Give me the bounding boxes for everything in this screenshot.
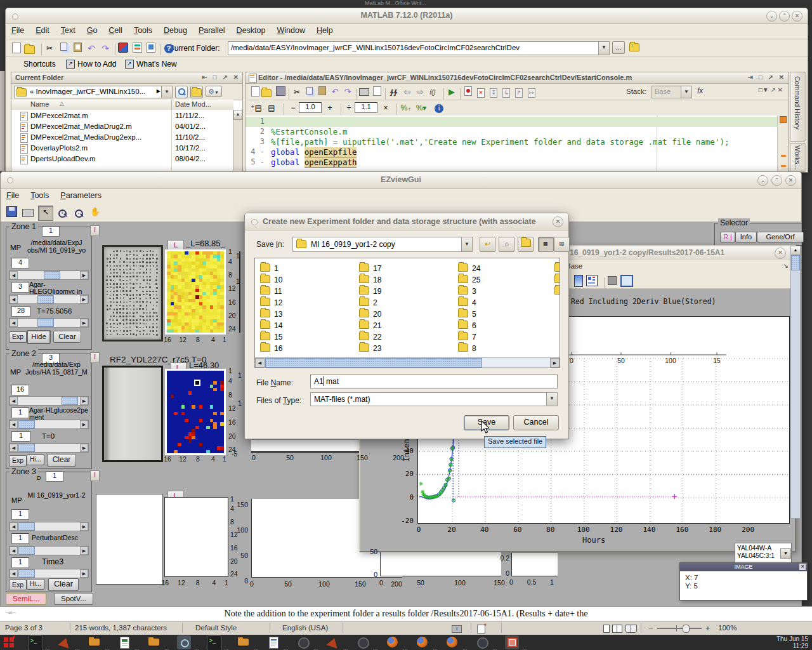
taskbar-icon-player[interactable] <box>475 635 489 649</box>
zone3-slider1[interactable]: ◀▶ <box>9 522 89 531</box>
redo-icon[interactable]: ↷ <box>341 86 354 99</box>
print-icon[interactable] <box>22 206 34 219</box>
new-folder-icon[interactable] <box>518 237 534 252</box>
new-folder-icon[interactable] <box>190 86 203 98</box>
multi-page-view-icon[interactable] <box>612 625 622 633</box>
taskbar-icon-matlab[interactable] <box>326 635 340 649</box>
copy-icon[interactable] <box>303 86 316 99</box>
go-back-icon[interactable]: ⇦ <box>401 86 414 99</box>
table-row[interactable]: DoverlayPlots2.m10/17/2... <box>11 143 233 154</box>
simulink-icon[interactable] <box>117 43 129 55</box>
zone1-num3[interactable]: 28 <box>11 306 30 317</box>
shortcut-whats-new[interactable]: What's New <box>136 60 177 69</box>
clear-breakpoints-icon[interactable]: ✕ <box>475 86 487 99</box>
expand-icon[interactable]: ↘ <box>783 262 789 269</box>
taskbar-icon-firefox[interactable] <box>445 635 459 649</box>
close-button[interactable]: ✕ <box>785 175 796 186</box>
current-folder-panel-header[interactable]: Current Folder ⇤ □ ↗ ✕ <box>11 72 242 84</box>
status-language[interactable]: English (USA) <box>282 624 328 632</box>
single-page-view-icon[interactable] <box>603 625 610 633</box>
browse-folder-button[interactable]: ... <box>612 41 625 54</box>
zone1-slider3[interactable]: ◀▶ <box>9 318 89 328</box>
message-marker-icon[interactable] <box>780 116 787 123</box>
find-icon[interactable]: ∱∱ <box>387 86 400 99</box>
close-icon[interactable]: ✕ <box>799 564 806 570</box>
stack-combobox[interactable]: Base ▼ <box>652 86 692 98</box>
ezmenu-parameters[interactable]: Parameters <box>55 189 107 204</box>
zone3-slider3[interactable]: ◀▶ <box>9 569 89 578</box>
taskbar-icon-calc-doc[interactable] <box>117 635 131 649</box>
selector-info-button[interactable]: Info <box>735 232 757 242</box>
zone1-exp-button[interactable]: Exp <box>9 331 27 343</box>
editor-header-icons[interactable]: ⇥ □ ↗ ✕ <box>747 74 786 81</box>
zone2-slider2[interactable]: ◀▶ <box>9 420 89 429</box>
zone2-exp-button[interactable]: Exp <box>9 455 27 467</box>
folder-breadcrumb[interactable]: « InovImager_jwrCF_WINLinx150... ▶ ▼ <box>14 86 173 98</box>
chevron-down-icon[interactable]: ▼ <box>161 86 172 98</box>
cell-mode-icon[interactable]: ▤ <box>265 102 278 115</box>
zoom-in-icon[interactable]: + <box>56 206 69 219</box>
column-header-date[interactable]: Date Mod... <box>175 100 211 108</box>
editor-dock-icons[interactable]: □▼ ↗ ✕ <box>759 86 783 93</box>
fx-icon[interactable]: fx <box>697 86 703 95</box>
taskbar-icon-viewer[interactable] <box>177 635 191 649</box>
ezview-titlebar[interactable]: EZviewGui ⌄ ⌃ ✕ <box>1 172 801 189</box>
code-editor[interactable]: 12%EstartConsole.m3%[file,path] = uiputf… <box>246 116 778 171</box>
zoom-out-icon[interactable]: − <box>648 623 653 633</box>
taskbar-icon-firefox[interactable] <box>386 635 400 649</box>
image-window-titlebar[interactable]: IMAGE ✕ <box>680 563 807 571</box>
folder-item[interactable]: 18 <box>359 274 448 284</box>
zone1-info-button[interactable]: I <box>90 225 100 236</box>
breadcrumb-next-icon[interactable]: ▶ <box>157 88 160 94</box>
divide-icon[interactable]: ÷ <box>343 102 355 115</box>
shortcut-how-to-add[interactable]: How to Add <box>77 60 116 69</box>
taskbar-icon-terminal[interactable]: >_ <box>28 635 43 650</box>
chevron-down-icon[interactable]: ▼ <box>546 393 557 406</box>
current-folder-combobox[interactable]: /media/data/EASY/InovImager_jwrCF_WINLin… <box>228 41 610 55</box>
zone3-exp-button[interactable]: Exp <box>9 580 27 590</box>
search-icon[interactable] <box>175 86 188 98</box>
taskbar-icon-folder[interactable] <box>88 635 102 649</box>
zone2-heatmap[interactable] <box>165 369 226 455</box>
go-forward-icon[interactable]: ⇨ <box>414 86 426 99</box>
ezmenu-tools[interactable]: Tools <box>25 189 55 204</box>
cell-value-1[interactable]: 1.0 <box>299 102 322 113</box>
percent-menu-icon[interactable]: %▾ <box>415 102 428 115</box>
folder-item[interactable]: 10 <box>260 274 349 284</box>
zone1-hide-button[interactable]: Hide <box>27 330 51 344</box>
zone2-num1[interactable]: 16 <box>11 385 29 395</box>
status-words[interactable]: 215 words, 1,387 characters <box>75 624 167 632</box>
help-icon[interactable]: ? <box>162 43 175 55</box>
menu-go[interactable]: Go <box>81 23 103 39</box>
maximize-button[interactable]: ⌃ <box>779 11 790 22</box>
multiply-icon[interactable]: × <box>379 102 392 115</box>
folder-item[interactable]: 5 <box>458 308 547 318</box>
step-icon[interactable]: ↧ <box>487 86 500 99</box>
zone2-hide-button[interactable]: Hi... <box>27 454 44 465</box>
close-button[interactable]: ✕ <box>775 248 786 259</box>
zone3-clear-button[interactable]: Clear <box>48 578 79 591</box>
paste-icon[interactable] <box>71 43 84 55</box>
book-view-icon[interactable] <box>625 625 637 633</box>
code-line[interactable]: global openExppath <box>271 157 778 168</box>
warning-marker[interactable] <box>781 155 786 157</box>
chevron-down-icon[interactable]: ▼ <box>598 42 609 55</box>
menu-window[interactable]: Window <box>271 23 310 39</box>
cancel-button[interactable]: Cancel <box>513 415 559 430</box>
zone1-slider2[interactable]: ◀▶ <box>9 295 89 304</box>
zone3-heatmap[interactable] <box>164 497 228 577</box>
taskbar-icon-terminal[interactable]: >_ <box>207 635 222 650</box>
zone3-info-button[interactable]: I <box>90 470 100 481</box>
file-name-input[interactable]: A1 mat <box>310 375 558 388</box>
folder-item[interactable]: 17 <box>359 262 448 272</box>
status-page[interactable]: Page 3 of 3 <box>5 624 43 632</box>
zoom-out-icon[interactable]: - <box>72 206 85 219</box>
menu-text[interactable]: Text <box>55 23 81 39</box>
selector-gene-orf-button[interactable]: Gene/Orf <box>757 232 804 242</box>
ezmenu-file[interactable]: File <box>1 189 25 204</box>
taskbar-icon-folder[interactable] <box>147 635 161 649</box>
percent-add-icon[interactable]: %₊ <box>400 102 412 115</box>
table-row[interactable]: DMPexcel2mat_MediaDrug2.m04/01/2... <box>11 122 233 133</box>
run-icon[interactable]: ▶ <box>445 86 458 99</box>
zoom-slider[interactable] <box>657 628 702 629</box>
